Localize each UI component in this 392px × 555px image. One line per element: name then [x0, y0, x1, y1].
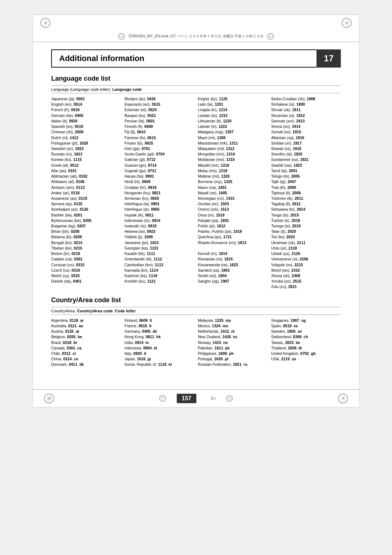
language-entry: Kashmiri (ks), 1119	[124, 273, 194, 279]
language-entry: Bhutani (dz), 0426	[124, 96, 194, 102]
language-entry: Greek (el), 0512	[51, 163, 121, 168]
language-entry: Quechua (qu), 1721	[198, 234, 268, 240]
header-bar: ⊕ DVR645H_WY_EN.book 157 ページ ２００６年７月５日 水…	[33, 31, 359, 42]
country-entry: Netherlands, 1412. nl	[198, 329, 268, 334]
language-entry: Moldavian (mo), 1315	[198, 157, 268, 162]
language-entry: Serbo-Croatian (sh), 1908	[271, 96, 341, 102]
language-entry: Tamil (ta), 2001	[271, 168, 341, 174]
country-entry: Spain, 0519. es	[271, 323, 341, 329]
language-entry: Thai (th), 2008	[271, 185, 341, 190]
language-entry: Norwegian (no), 1415	[198, 196, 268, 201]
language-entry: Serbian (sr), 1917	[271, 141, 341, 146]
language-entry: Interlingua (ia), 0901	[124, 201, 194, 207]
language-entry: Inupiak (ik), 0911	[124, 212, 194, 218]
country-entry: Thailand, 2008. th	[271, 345, 341, 351]
language-entry: Oriya (or), 1518	[198, 212, 268, 218]
language-entry: Slovak (sk), 1911	[271, 107, 341, 113]
chapter-header: Additional information 17	[51, 49, 341, 68]
language-entry: Marathi (mr), 1318	[198, 163, 268, 168]
language-entry: Slovenian (sl), 1912	[271, 113, 341, 118]
language-entry: Sundanese (su), 1921	[271, 157, 341, 162]
page-content: Additional information 17 Language code …	[33, 42, 359, 382]
language-entry: Tajik (tg), 2007	[271, 179, 341, 185]
country-entry: Belgium, 0205. be	[51, 334, 121, 340]
language-entry: Estonian (et), 0520	[124, 107, 194, 113]
language-entry: Abkhazian (ab), 0102	[51, 174, 121, 179]
language-subtitle: Language (Language code letter). Languag…	[51, 85, 341, 93]
language-entry: Cambodian (km), 1113	[124, 262, 194, 268]
language-entry: Czech (cs), 0319	[51, 268, 121, 273]
country-columns: Argentina, 0118. arAustralia, 0121. auAu…	[51, 318, 341, 368]
language-entry: Burmese (my), 1325	[198, 179, 268, 185]
country-entry: Italy, 0920. it	[124, 351, 194, 356]
country-entry: Indonesia, 0904. id	[124, 345, 194, 351]
language-column: Serbo-Croatian (sh), 1908Sinhalese (si),…	[271, 96, 341, 290]
footer-center-right-mark: ⊕	[226, 395, 233, 402]
page-number: 157	[177, 394, 197, 403]
language-entry: Lithuanian (lt), 1220	[198, 118, 268, 124]
language-entry: Malagasy (mg), 1307	[198, 129, 268, 135]
language-entry: Assamese (as), 0119	[51, 196, 121, 201]
country-entry: Russian Federation, 1821. ru	[198, 362, 268, 367]
country-column: Argentina, 0118. arAustralia, 0121. auAu…	[51, 318, 121, 368]
language-entry: Dutch (nl), 1412	[51, 135, 121, 141]
language-entry: Indonesian (in), 0914	[124, 218, 194, 223]
language-entry: Esperanto (eo), 0515	[124, 102, 194, 107]
language-entry: Tonga (to), 2015	[271, 212, 341, 218]
country-entry: Canada, 0301. ca	[51, 345, 121, 351]
language-entry: Croatian (hr), 0818	[124, 185, 194, 190]
language-entry: Occitan (oc), 1503	[198, 201, 268, 207]
language-entry: Breton (br), 0218	[51, 251, 121, 256]
language-entry: Maori (mi), 1309	[198, 135, 268, 141]
language-entry: Hindi (hi), 0809	[124, 179, 194, 185]
language-entry: Aymara (ay), 0125	[51, 201, 121, 207]
language-entry: Polish (pl), 1612	[198, 223, 268, 229]
language-entry: Arabic (ar), 0118	[51, 190, 121, 196]
chapter-title: Additional information	[51, 49, 317, 68]
language-entry: Rhaeto-Romance (rm), 1813	[198, 240, 268, 246]
language-entry: Urdu (ur), 2118	[271, 246, 341, 251]
language-entry: Bashkir (ba), 0201	[51, 212, 121, 218]
country-entry: Malaysia, 1325. my	[198, 318, 268, 323]
language-entry: Latin (la), 1201	[198, 102, 268, 107]
language-entry: Laotian (lo), 1215	[198, 113, 268, 118]
language-entry: Fiji (fj), 0610	[124, 129, 194, 135]
language-entry: Twi (tw), 2023	[271, 234, 341, 240]
language-entry: Oromo (om), 1513	[198, 207, 268, 212]
language-entry: Panjabi (pa), 1601	[198, 218, 268, 223]
country-entry: Japan, 1016. jp	[124, 356, 194, 362]
language-entry: Afrikaans (af), 0106	[51, 179, 121, 185]
page-wrapper: ✳ ✳ ⊕ DVR645H_WY_EN.book 157 ページ ２００６年７月…	[33, 15, 359, 408]
language-entry: Kirghiz (ky), 1125	[198, 96, 268, 102]
country-entry: China, 0314. cn	[51, 356, 121, 362]
country-section: Country/Area code list Country/Area. Cou…	[51, 296, 341, 368]
country-column: Malaysia, 1325. myMexico, 1324. mxNether…	[198, 318, 268, 368]
language-entry: Sesotho (st), 1920	[271, 151, 341, 157]
country-entry: Sweden, 1905. se	[271, 329, 341, 334]
language-entry: Yiddish (ji), 1009	[124, 234, 194, 240]
country-entry: Switzerland, 0308. ch	[271, 334, 341, 340]
registration-mark-left: ⊕	[118, 33, 125, 40]
language-entry: Turkish (tr), 2018	[271, 218, 341, 223]
language-entry: Italian (it), 0920	[51, 118, 121, 124]
language-entry: Bislama (bi), 0209	[51, 234, 121, 240]
language-entry: Mongolian (mn), 1314	[198, 151, 268, 157]
language-entry: Catalan (ca), 0301	[51, 256, 121, 262]
language-entry: Faroese (fo), 0615	[124, 135, 194, 141]
country-entry: Singapore, 1907. sg	[271, 318, 341, 323]
language-entry: Javanese (jw), 1023	[124, 240, 194, 246]
language-entry: Sinhalese (si), 1909	[271, 102, 341, 107]
lang-label: En	[211, 396, 215, 400]
registration-mark-right: ⊕	[267, 33, 274, 40]
language-entry: Telugu (te), 2005	[271, 174, 341, 179]
language-entry: Amharic (am), 0113	[51, 185, 121, 190]
language-entry: Sanskrit (sa), 1901	[198, 268, 268, 273]
top-left-circle: ✳	[40, 18, 50, 28]
country-subtitle-bold2: Code letter	[115, 309, 135, 313]
language-entry: Malay (ms), 1319	[198, 168, 268, 174]
language-entry: Bulgarian (bg), 0207	[51, 223, 121, 229]
country-entry: New Zealand, 1426. nz	[198, 334, 268, 340]
language-entry: French (fr), 0618	[51, 107, 121, 113]
language-column: Japanese (ja), 0001English (en), 0514Fre…	[51, 96, 121, 290]
language-entry: Georgian (ka), 1101	[124, 246, 194, 251]
